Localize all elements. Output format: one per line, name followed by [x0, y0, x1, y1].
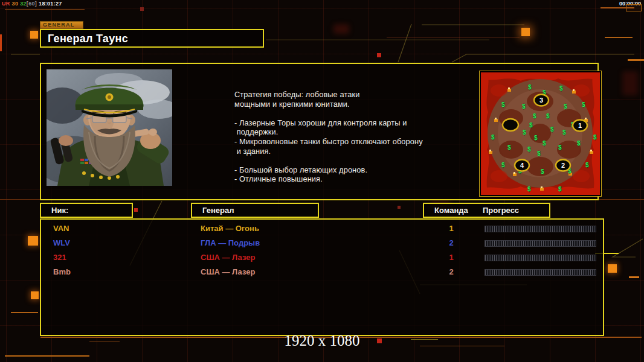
- briefing-line: [234, 109, 443, 118]
- player-team: 1: [442, 253, 460, 262]
- player-progress-bar: [485, 226, 596, 232]
- decor-square: [28, 236, 38, 246]
- player-team: 1: [442, 224, 460, 233]
- decor-line: [601, 7, 634, 8]
- supply-marker: $: [564, 103, 567, 110]
- header-nick: Ник:: [40, 203, 133, 218]
- supply-marker: $: [582, 101, 585, 108]
- player-nick: 321: [53, 253, 66, 262]
- minimap-frame: $$$$$$$$$$$$$$$$$$$$$$$$$$$$$$ 3142: [479, 71, 602, 197]
- supply-marker: $: [501, 101, 505, 108]
- svg-text:2: 2: [561, 162, 565, 169]
- supply-marker: $: [528, 84, 532, 91]
- decor-blotch: [333, 24, 349, 34]
- supply-marker: $: [585, 162, 589, 168]
- header-progress: Прогресс: [483, 204, 519, 217]
- player-progress-bar: [485, 240, 596, 247]
- general-info-panel: Стратегия победы: лобовые атаки мощными …: [40, 63, 599, 200]
- general-portrait: [47, 69, 172, 186]
- decor-line: [5, 9, 85, 10]
- resolution-label: 1920 x 1080: [0, 332, 644, 349]
- briefing-line: - Большой выбор летающих дронов.: [234, 165, 443, 175]
- player-row: VAN Китай — Огонь 1: [41, 222, 603, 237]
- supply-marker: $: [527, 186, 531, 192]
- decor-square: [521, 28, 530, 36]
- decor-line: [605, 37, 633, 38]
- supply-marker: $: [522, 103, 526, 110]
- decor-line: [629, 276, 639, 278]
- header-general: Генерал: [191, 203, 319, 218]
- supply-marker: $: [507, 144, 511, 151]
- supply-marker: $: [523, 129, 526, 136]
- supply-marker: $: [559, 85, 563, 92]
- decor-square: [134, 208, 138, 212]
- status-ur: UR: [2, 1, 10, 7]
- supply-marker: $: [558, 186, 562, 192]
- status-value2: 32: [20, 1, 27, 7]
- player-general: США — Лазер: [201, 267, 255, 276]
- player-row: WLV ГЛА — Подрыв 2: [41, 237, 603, 251]
- supply-marker: $: [562, 129, 566, 136]
- supply-marker: $: [558, 144, 562, 151]
- decor-line: [0, 34, 2, 51]
- decor-square: [608, 264, 617, 273]
- status-value3: [60]: [27, 1, 37, 7]
- briefing-line: мощными и крепкими юнитами.: [234, 100, 443, 109]
- decor-square: [377, 53, 381, 57]
- header-team-progress: Команда Прогресс: [423, 203, 550, 218]
- briefing-line: поддержки.: [234, 127, 443, 137]
- briefing-line: и здания.: [234, 147, 443, 156]
- status-value1: 30: [12, 1, 19, 7]
- briefing-line: - Отличные повышения.: [234, 174, 443, 184]
- decor-line: [628, 59, 644, 61]
- player-team: 2: [442, 267, 460, 276]
- svg-text:1: 1: [578, 122, 582, 129]
- decor-square: [140, 7, 144, 11]
- supply-marker: $: [541, 168, 544, 175]
- title-box: Генерал Таунс: [40, 29, 264, 48]
- briefing-line: - Лазерные Торы хороши для контроля карт…: [234, 118, 443, 128]
- supply-marker: $: [546, 113, 550, 119]
- svg-text:4: 4: [520, 162, 524, 169]
- player-row: Bmb США — Лазер 2: [41, 265, 603, 280]
- strategy-briefing: Стратегия победы: лобовые атаки мощными …: [234, 90, 443, 184]
- supply-marker: $: [491, 134, 495, 141]
- player-nick: Bmb: [53, 267, 71, 276]
- svg-text:3: 3: [539, 97, 543, 104]
- briefing-line: [234, 156, 443, 165]
- players-panel: VAN Китай — Огонь 1 WLV ГЛА — Подрыв 2 3…: [40, 218, 604, 336]
- player-progress-bar: [485, 269, 596, 276]
- player-team: 2: [442, 238, 460, 247]
- briefing-line: Стратегия победы: лобовые атаки: [234, 90, 443, 100]
- supply-marker: $: [501, 162, 505, 168]
- player-general: США — Лазер: [201, 253, 255, 262]
- decor-square: [398, 206, 401, 209]
- decor-line: [5, 355, 89, 357]
- header-team: Команда: [434, 204, 468, 217]
- briefing-line: - Микроволновые танки быстро отключают о…: [234, 137, 443, 147]
- supply-marker: $: [533, 113, 536, 119]
- supply-marker: $: [577, 140, 581, 147]
- supply-marker: $: [527, 146, 531, 153]
- start-position: 1: [573, 120, 587, 132]
- general-tab: GENERAL: [40, 21, 83, 29]
- player-row: 321 США — Лазер 1: [41, 251, 603, 265]
- decor-blotch: [622, 71, 638, 95]
- supply-marker: $: [537, 150, 541, 157]
- player-general: ГЛА — Подрыв: [201, 238, 260, 247]
- player-general: Китай — Огонь: [201, 224, 259, 233]
- player-nick: VAN: [53, 224, 69, 233]
- player-nick: WLV: [53, 238, 70, 247]
- status-clock: 18:01:27: [39, 1, 62, 7]
- minimap: $$$$$$$$$$$$$$$$$$$$$$$$$$$$$$ 3142: [481, 72, 600, 195]
- decor-square: [31, 291, 39, 299]
- supply-marker: $: [550, 126, 554, 133]
- supply-marker: $: [534, 135, 538, 141]
- player-progress-bar: [485, 255, 596, 261]
- start-position-occupied: [503, 119, 518, 131]
- start-position: 4: [515, 160, 529, 171]
- loading-screen: UR3032[60]18:01:27 00:00:00 GENERAL Гене…: [0, 0, 644, 362]
- supply-marker: $: [543, 140, 546, 147]
- page-title: Генерал Таунс: [41, 30, 263, 45]
- decor-line: [11, 312, 38, 313]
